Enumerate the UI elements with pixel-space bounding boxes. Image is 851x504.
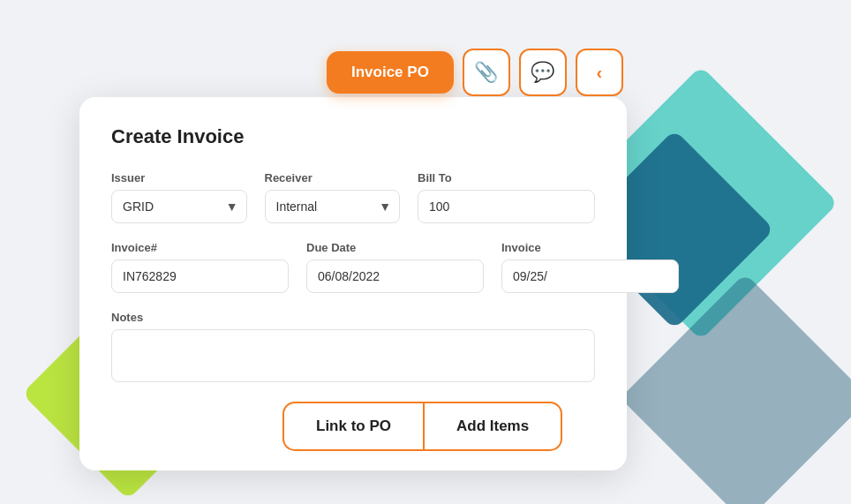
attachment-button[interactable]: 📎 xyxy=(463,49,510,96)
invoice-po-button[interactable]: Invoice PO xyxy=(327,51,454,94)
form-row-2: Invoice# Due Date Invoice xyxy=(111,241,595,293)
notes-group: Notes xyxy=(111,311,595,382)
invoice-num-label: Invoice# xyxy=(111,241,289,254)
bill-to-group: Bill To xyxy=(418,171,595,223)
action-buttons: Link to PO Add Items xyxy=(282,402,562,451)
bill-to-input[interactable] xyxy=(418,190,595,223)
bill-to-label: Bill To xyxy=(418,171,595,184)
card-title: Create Invoice xyxy=(111,125,595,148)
receiver-group: Receiver Internal External ▼ xyxy=(265,171,401,223)
issuer-group: Issuer GRID ACME Other ▼ xyxy=(111,171,247,223)
chevron-left-icon: ‹ xyxy=(597,63,603,83)
invoice-date-group: Invoice xyxy=(501,241,679,293)
notes-textarea[interactable] xyxy=(111,329,595,382)
issuer-label: Issuer xyxy=(111,171,247,184)
issuer-select-wrapper: GRID ACME Other ▼ xyxy=(111,190,247,223)
invoice-num-input[interactable] xyxy=(111,260,289,293)
receiver-label: Receiver xyxy=(265,171,401,184)
due-date-group: Due Date xyxy=(306,241,484,293)
invoice-num-group: Invoice# xyxy=(111,241,289,293)
invoice-date-input[interactable] xyxy=(501,260,679,293)
toolbar: Invoice PO 📎 💬 ‹ xyxy=(327,49,623,96)
form-row-3: Notes xyxy=(111,311,595,382)
issuer-select[interactable]: GRID ACME Other xyxy=(111,190,247,223)
due-date-label: Due Date xyxy=(306,241,484,254)
message-icon: 💬 xyxy=(531,61,554,84)
attachment-icon: 📎 xyxy=(474,61,498,84)
add-items-button[interactable]: Add Items xyxy=(425,402,562,451)
receiver-select[interactable]: Internal External xyxy=(265,190,401,223)
invoice-date-label: Invoice xyxy=(501,241,679,254)
back-button[interactable]: ‹ xyxy=(576,49,623,96)
scene: Invoice PO 📎 💬 ‹ Create Invoice Issuer G… xyxy=(0,0,851,504)
receiver-select-wrapper: Internal External ▼ xyxy=(265,190,401,223)
form-row-1: Issuer GRID ACME Other ▼ Receiver Intern… xyxy=(111,171,595,223)
notes-label: Notes xyxy=(111,311,595,324)
message-button[interactable]: 💬 xyxy=(519,49,567,96)
due-date-input[interactable] xyxy=(306,260,484,293)
link-to-po-button[interactable]: Link to PO xyxy=(282,402,425,451)
